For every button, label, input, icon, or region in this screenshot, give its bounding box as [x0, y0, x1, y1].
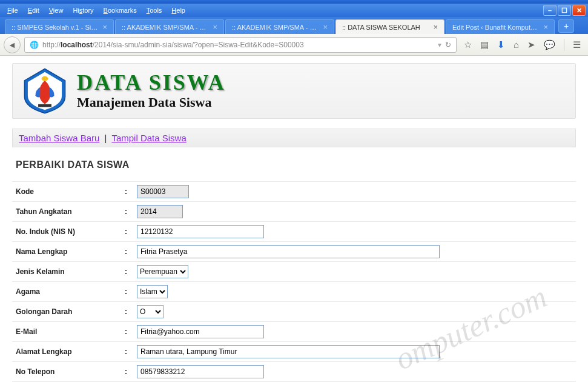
- tab-strip: :: SIMPEG Sekolah v.1 - Sis...× :: AKADE…: [0, 17, 588, 34]
- link-bar: Tambah Siswa Baru | Tampil Data Siswa: [12, 129, 576, 147]
- add-student-link[interactable]: Tambah Siswa Baru: [19, 133, 99, 143]
- tab-2[interactable]: :: AKADEMIK SMP/SMA - Sis...×: [225, 19, 334, 34]
- url-bar: ◄ 🌐 http://localhost/2014/sia-smu/admin-…: [0, 34, 588, 56]
- menu-bookmarks[interactable]: Bookmarks: [99, 5, 142, 15]
- noinduk-input[interactable]: [137, 225, 264, 238]
- goldar-label: Golongan Darah: [12, 302, 121, 322]
- window-minimize-button[interactable]: –: [543, 5, 557, 16]
- alamat-label: Alamat Lengkap: [12, 342, 121, 362]
- menu-view[interactable]: View: [44, 5, 68, 15]
- reload-icon[interactable]: ↻: [445, 41, 451, 49]
- hamburger-menu-icon[interactable]: ☰: [573, 39, 581, 50]
- logo-icon: [21, 67, 68, 115]
- telp-input[interactable]: [137, 365, 264, 378]
- menu-file[interactable]: File: [2, 5, 23, 15]
- close-icon[interactable]: ×: [213, 22, 217, 32]
- kode-input: [137, 185, 189, 198]
- tab-1[interactable]: :: AKADEMIK SMP/SMA - Sis...×: [115, 19, 224, 34]
- menu-edit[interactable]: Edit: [23, 5, 44, 15]
- globe-icon: 🌐: [30, 41, 39, 49]
- jk-select[interactable]: Perempuan: [137, 265, 188, 278]
- menu-bar: File Edit View History Bookmarks Tools H…: [0, 4, 588, 17]
- page-title: DATA SISWA: [77, 72, 226, 93]
- noinduk-label: No. Induk (NIS N): [12, 222, 121, 242]
- reader-icon[interactable]: ▤: [480, 39, 489, 50]
- tab-3[interactable]: :: DATA SISWA SEKOLAH×: [335, 19, 444, 34]
- close-icon[interactable]: ×: [102, 22, 107, 32]
- home-icon[interactable]: ⌂: [514, 39, 519, 50]
- menu-tools[interactable]: Tools: [142, 5, 167, 15]
- window-maximize-button[interactable]: ☐: [558, 5, 571, 16]
- email-label: E-Mail: [12, 322, 121, 342]
- chat-icon[interactable]: 💬: [544, 39, 555, 50]
- url-field[interactable]: 🌐 http://localhost/2014/sia-smu/admin-si…: [24, 37, 457, 53]
- send-icon[interactable]: ➤: [527, 39, 535, 50]
- tahun-label: Tahun Angkatan: [12, 202, 121, 222]
- close-icon[interactable]: ×: [323, 22, 328, 32]
- back-button[interactable]: ◄: [4, 36, 21, 53]
- tab-4[interactable]: Edit Post ‹ Bunafit Kompute...×: [446, 19, 555, 34]
- nama-input[interactable]: [137, 245, 440, 258]
- nama-label: Nama Lengkap: [12, 242, 121, 262]
- menu-history[interactable]: History: [68, 5, 98, 15]
- agama-select[interactable]: Islam: [137, 285, 168, 298]
- section-title: PERBAIKI DATA SISWA: [16, 159, 576, 170]
- view-students-link[interactable]: Tampil Data Siswa: [111, 133, 186, 143]
- svg-rect-1: [38, 104, 51, 107]
- close-icon[interactable]: ×: [543, 22, 548, 32]
- dropdown-icon[interactable]: ▾: [438, 41, 441, 49]
- student-form: Kode : Tahun Angkatan : No. Induk (NIS N…: [12, 181, 576, 382]
- tab-0[interactable]: :: SIMPEG Sekolah v.1 - Sis...×: [5, 19, 114, 34]
- goldar-select[interactable]: O: [137, 305, 164, 318]
- jk-label: Jenis Kelamin: [12, 262, 121, 282]
- new-tab-button[interactable]: +: [558, 19, 574, 33]
- kode-label: Kode: [12, 182, 121, 202]
- alamat-input[interactable]: [137, 345, 440, 358]
- tahun-input: [137, 205, 183, 218]
- telp-label: No Telepon: [12, 362, 121, 382]
- agama-label: Agama: [12, 282, 121, 302]
- page-content: DATA SISWA Manajemen Data Siswa Tambah S…: [0, 56, 588, 382]
- url-text: http://localhost/2014/sia-smu/admin-sia/…: [42, 41, 434, 49]
- download-icon[interactable]: ⬇: [497, 39, 505, 50]
- page-header: DATA SISWA Manajemen Data Siswa: [12, 63, 576, 119]
- close-icon[interactable]: ×: [433, 22, 438, 32]
- page-subtitle: Manajemen Data Siswa: [77, 95, 226, 110]
- bookmark-star-icon[interactable]: ☆: [464, 39, 472, 50]
- email-input[interactable]: [137, 325, 264, 338]
- svg-point-0: [42, 76, 48, 81]
- window-close-button[interactable]: ✕: [572, 5, 586, 16]
- menu-help[interactable]: Help: [167, 5, 190, 15]
